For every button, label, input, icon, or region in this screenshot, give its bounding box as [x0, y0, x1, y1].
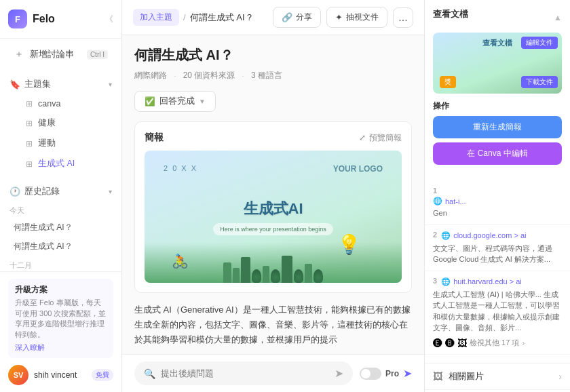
breadcrumb-link[interactable]: 加入主題	[133, 9, 179, 26]
expand-label: 預覽簡報	[369, 132, 402, 144]
upgrade-box: 升級方案 升級至 Felo 專屬版，每天可使用 300 次搜索配額，並享用更多進…	[8, 279, 113, 358]
sidebar-sub-label-canva: canva	[38, 99, 60, 109]
sidebar-sub-label-health: 健康	[38, 117, 56, 129]
related-videos-row[interactable]: ▶ 相關影片 › 🎭	[425, 389, 570, 393]
building-5	[282, 256, 292, 283]
main-wrapper: 加入主題 / 何謂生成式 AI？ 🔗 分享 ✦ 抽視文件 ... 何謂生成式 A…	[122, 0, 424, 392]
source-item-3: 3 🌐 huit.harvard.edu > ai 生成式人工智慧 (AI) |…	[425, 271, 570, 355]
slide-logo: YOUR LOGO	[333, 164, 383, 174]
bookmark-icon: 🔖	[10, 79, 20, 90]
building-6	[305, 264, 312, 283]
share-icon: 🔗	[282, 12, 292, 22]
tree-1	[252, 269, 261, 283]
upgrade-desc: 升級至 Felo 專屬版，每天可使用 300 次搜索配額，並享用更多進階模型增行…	[15, 298, 107, 340]
check-icon: ✅	[145, 96, 155, 106]
upgrade-link[interactable]: 深入瞭解	[15, 342, 107, 353]
source-domain-1[interactable]: 🌐 hat-i...	[433, 197, 562, 205]
collections-section: 🔖 主題集 ▾ ⊞ canva ⊞ 健康 ⊞ 運動 ⊞ 生成式 AI	[0, 70, 121, 178]
content-area: 何謂生成式 AI？ 網際網路 · 20 個資料來源 · 3 種語言 ✅ 回答完成…	[122, 35, 424, 354]
app-name: Felo	[33, 13, 55, 25]
clock-icon: 🕐	[10, 187, 20, 197]
history-group[interactable]: 🕐 歷史記錄 ▾	[0, 181, 121, 201]
breadcrumb-sep: /	[183, 12, 186, 22]
source-item-1: 1 🌐 hat-i... Gen	[425, 181, 570, 225]
related-images-row[interactable]: 🖼 相關圖片 ›	[425, 363, 570, 389]
source-text-3: 生成式人工智慧 (AI) | 哈佛大學... 生成式人工智慧是一種人工智慧，可以…	[433, 289, 562, 334]
source-text-2: 文文字、圖片、程式碼等內容，通過 Google Cloud 生成式 AI 解決方…	[433, 243, 562, 265]
view-doc-section: 查看文檔 ▲ 查看文檔 編輯文件 獎 下載文件 操作 重新生成簡報 在 Canv…	[425, 0, 570, 173]
canva-edit-btn[interactable]: 在 Canva 中編輯	[433, 142, 562, 165]
grid-icon-2: ⊞	[26, 119, 33, 128]
history-item-today-1[interactable]: 何謂生成式 AI？	[4, 218, 117, 237]
download-doc-badge[interactable]: 下載文件	[521, 76, 558, 88]
more-options-button[interactable]: ...	[393, 7, 413, 28]
user-badge[interactable]: 免費	[92, 369, 113, 381]
expand-report-btn[interactable]: ⤢ 預覽簡報	[359, 132, 402, 144]
award-badge: 獎	[440, 76, 456, 88]
source-num-1: 1	[433, 187, 562, 195]
upgrade-title: 升級方案	[15, 284, 107, 296]
person-icon: 🚴	[172, 253, 189, 269]
related-images-label: 🖼 相關圖片	[433, 370, 484, 383]
breadcrumb: 加入主題 / 何謂生成式 AI？	[133, 9, 266, 26]
bulb-icon: 💡	[337, 233, 361, 256]
ops-title: 操作	[433, 100, 562, 112]
app-logo-icon: F	[8, 9, 27, 28]
source-more[interactable]: 檢視其他 17 項	[470, 338, 519, 348]
source-item-2: 2 🌐 cloud.google.com > ai 文文字、圖片、程式碼等內容，…	[425, 225, 570, 271]
collections-label: 主題集	[24, 78, 51, 90]
tree-2	[271, 269, 280, 283]
pro-toggle-row: Pro ➤	[360, 367, 412, 380]
sidebar-collapse-btn[interactable]: 《	[105, 14, 113, 25]
regen-report-btn[interactable]: 重新生成簡報	[433, 116, 562, 138]
doc-card-title-overlay: 查看文檔	[482, 38, 512, 48]
send-button[interactable]: ➤	[335, 367, 343, 380]
pro-arrow-icon[interactable]: ➤	[403, 367, 412, 380]
sidebar-item-sports[interactable]: ⊞ 運動	[4, 134, 117, 153]
source-text-1: Gen	[433, 208, 562, 219]
pro-toggle-switch[interactable]	[360, 368, 381, 380]
edit-doc-badge[interactable]: 編輯文件	[521, 37, 558, 49]
new-thread-item[interactable]: ＋ 新增討論串 Ctrl I	[4, 43, 117, 65]
plus-icon: ＋	[14, 48, 24, 60]
meta-row: 網際網路 · 20 個資料來源 · 3 種語言	[134, 70, 412, 81]
sidebar-item-ai[interactable]: ⊞ 生成式 AI	[4, 154, 117, 174]
sidebar: F Felo 《 ＋ 新增討論串 Ctrl I 🔖 主題集 ▾ ⊞ canva …	[0, 0, 122, 392]
panel-chevron-up[interactable]: ▲	[554, 13, 562, 22]
slide-content: 生成式AI Here is where your presentation be…	[213, 199, 333, 235]
sidebar-item-canva[interactable]: ⊞ canva	[4, 95, 117, 113]
history-item-today-2[interactable]: 何謂生成式 AI？	[4, 237, 117, 256]
follow-up-input[interactable]	[161, 368, 329, 378]
view-doc-title: 查看文檔	[433, 8, 468, 20]
meta-count: 20 個資料來源	[183, 70, 235, 81]
globe-icon-1: 🌐	[433, 197, 442, 205]
doc-card: 查看文檔 編輯文件 獎 下載文件	[433, 33, 562, 94]
user-row: SV shih vincent 免費	[8, 365, 113, 385]
meta-lang: 3 種語言	[251, 70, 282, 81]
collections-chevron: ▾	[109, 81, 112, 88]
right-panel: 查看文檔 ▲ 查看文檔 編輯文件 獎 下載文件 操作 重新生成簡報 在 Canv…	[424, 0, 570, 392]
extract-doc-button[interactable]: ✦ 抽視文件	[326, 7, 387, 28]
source-avatar-img: 🖼	[457, 338, 467, 349]
doc-card-image: 查看文檔 編輯文件 獎 下載文件	[433, 33, 562, 94]
sidebar-footer: 升級方案 升級至 Felo 專屬版，每天可使用 300 次搜索配額，並享用更多進…	[0, 271, 121, 392]
collections-group[interactable]: 🔖 主題集 ▾	[0, 74, 121, 94]
extract-label: 抽視文件	[346, 12, 379, 23]
new-thread-shortcut: Ctrl I	[87, 50, 108, 59]
share-button[interactable]: 🔗 分享	[273, 7, 321, 28]
expand-icon: ⤢	[359, 133, 366, 142]
user-name: shih vincent	[34, 370, 86, 380]
sources-section: 1 🌐 hat-i... Gen 2 🌐 cloud.google.com > …	[425, 181, 570, 355]
sidebar-item-health[interactable]: ⊞ 健康	[4, 113, 117, 133]
images-chevron-icon: ›	[558, 371, 562, 382]
related-images-text: 相關圖片	[449, 370, 484, 383]
source-domain-2[interactable]: 🌐 cloud.google.com > ai	[441, 231, 526, 240]
slide-subtitle: Here is where your presentation begins	[213, 223, 333, 235]
source-domain-3[interactable]: 🌐 huit.harvard.edu > ai	[441, 277, 522, 286]
report-section: 簡報 ⤢ 預覽簡報 2 0 X X YOUR LOGO 生成式AI Here i…	[134, 121, 412, 293]
dropdown-arrow-icon: ▼	[199, 98, 206, 105]
source-more-arrow[interactable]: ›	[522, 338, 525, 348]
history-chevron: ▾	[109, 188, 112, 195]
answer-complete-btn[interactable]: ✅ 回答完成 ▼	[134, 91, 216, 112]
report-header: 簡報 ⤢ 預覽簡報	[145, 132, 402, 144]
